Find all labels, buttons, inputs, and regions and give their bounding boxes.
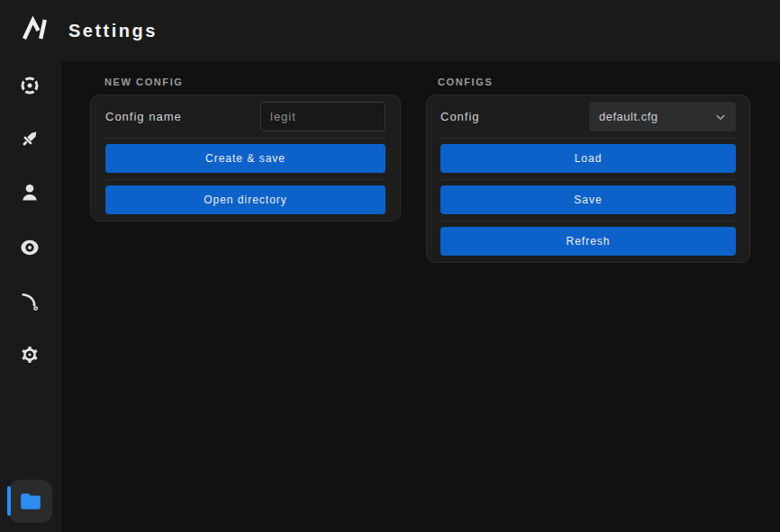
load-button[interactable]: Load	[440, 144, 736, 173]
divider	[440, 138, 736, 139]
new-config-section-header: NEW CONFIG	[104, 77, 184, 87]
divider	[440, 179, 736, 180]
new-config-card: Config name Create & save Open directory	[90, 95, 401, 221]
config-select[interactable]: default.cfg	[589, 102, 736, 131]
sidebar-item-players[interactable]	[19, 182, 41, 203]
divider	[105, 179, 385, 180]
folder-icon	[19, 490, 42, 513]
divider	[105, 138, 385, 139]
brand-logo-icon	[21, 14, 50, 43]
app-window: Settings	[0, 0, 780, 532]
topbar: Settings	[0, 0, 780, 61]
karambit-knife-icon	[19, 290, 41, 311]
crosshair-target-icon	[19, 75, 41, 96]
eye-icon	[19, 237, 41, 258]
sidebar-item-visuals[interactable]	[19, 237, 41, 258]
open-directory-button[interactable]: Open directory	[105, 185, 385, 214]
config-select-value: default.cfg	[599, 110, 658, 123]
player-icon	[19, 182, 41, 203]
gear-icon	[19, 344, 41, 365]
save-button[interactable]: Save	[440, 185, 736, 214]
active-page-indicator	[7, 486, 11, 516]
dagger-icon	[19, 128, 41, 149]
config-name-input[interactable]	[260, 102, 385, 131]
content-area: NEW CONFIG Config name Create & save Ope…	[61, 61, 780, 532]
page-title: Settings	[68, 0, 158, 61]
create-save-button[interactable]: Create & save	[105, 144, 385, 173]
sidebar	[0, 61, 61, 532]
configs-section-header: CONFIGS	[438, 77, 493, 87]
sidebar-item-triggerbot[interactable]	[19, 128, 41, 149]
sidebar-item-skins[interactable]	[19, 290, 41, 311]
config-label: Config	[440, 110, 480, 123]
sidebar-item-aimbot[interactable]	[19, 75, 41, 96]
sidebar-item-configs[interactable]	[9, 480, 52, 523]
divider	[440, 221, 736, 221]
sidebar-item-misc[interactable]	[19, 344, 41, 365]
configs-card: Config default.cfg Load Save Refresh	[426, 95, 750, 263]
config-name-label: Config name	[105, 110, 182, 123]
chevron-down-icon	[712, 109, 729, 125]
refresh-button[interactable]: Refresh	[440, 227, 736, 256]
